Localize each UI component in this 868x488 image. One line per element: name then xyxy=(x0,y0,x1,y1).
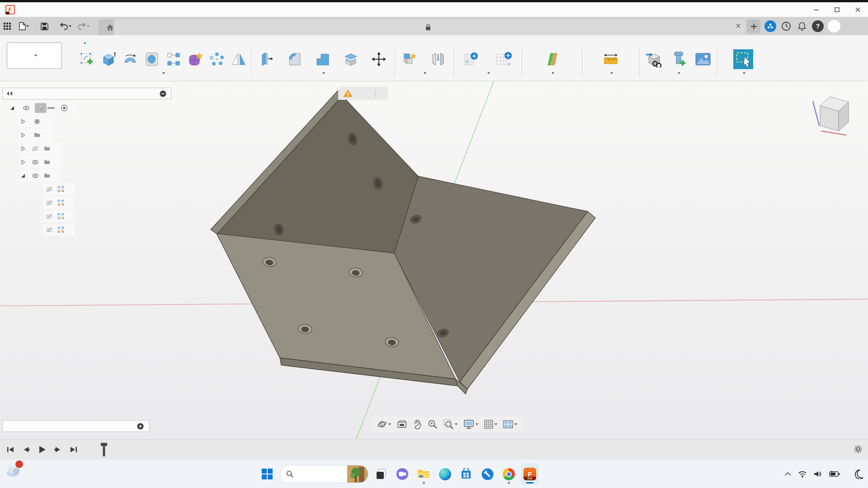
tab-konstrukcja-blachowa[interactable] xyxy=(163,41,165,43)
browser-item-root[interactable] xyxy=(9,102,75,114)
tab-siatka[interactable] xyxy=(137,41,138,43)
visibility-off-icon[interactable] xyxy=(43,198,55,208)
model-scene[interactable] xyxy=(0,81,868,439)
group-label-utworz[interactable] xyxy=(160,72,165,74)
group-label-sprawdz[interactable] xyxy=(609,72,613,74)
file-explorer-icon[interactable] xyxy=(415,464,432,484)
canvas-icon[interactable] xyxy=(691,48,715,70)
zoom-window-icon[interactable] xyxy=(443,419,458,429)
chevron-right-icon[interactable] xyxy=(20,146,26,151)
visibility-off-icon[interactable] xyxy=(29,144,41,154)
viewports-icon[interactable] xyxy=(503,420,517,428)
press-pull-icon[interactable] xyxy=(253,48,281,70)
insert-derive-icon[interactable] xyxy=(641,48,666,70)
browser-item-szkic2[interactable] xyxy=(43,197,75,209)
create-sketch-icon[interactable] xyxy=(76,48,98,70)
group-label-wybierz[interactable] xyxy=(741,72,745,74)
visibility-off-icon[interactable] xyxy=(43,225,55,235)
browser-item-szkic3[interactable] xyxy=(43,211,75,222)
group-label-zloz[interactable] xyxy=(422,72,426,74)
step-forward-icon[interactable] xyxy=(53,445,63,455)
configuration-table-icon[interactable] xyxy=(488,48,520,70)
tab-bryla[interactable] xyxy=(84,40,86,44)
timeline-settings-gear-icon[interactable] xyxy=(854,445,863,454)
night-mode-moon-icon[interactable] xyxy=(854,469,863,479)
chevron-right-icon[interactable] xyxy=(20,160,26,165)
construction-plane-icon[interactable] xyxy=(529,48,575,70)
add-comment-icon[interactable] xyxy=(137,423,144,430)
search-box[interactable] xyxy=(280,465,368,483)
new-component-icon[interactable] xyxy=(396,48,424,70)
circular-pattern-icon[interactable] xyxy=(206,48,228,70)
chrome-icon[interactable] xyxy=(500,464,517,484)
task-view-icon[interactable] xyxy=(373,464,390,484)
play-icon[interactable] xyxy=(37,445,47,455)
tab-narzedzia[interactable] xyxy=(215,41,217,43)
job-status-icon[interactable] xyxy=(780,20,792,32)
view-cube[interactable] xyxy=(803,91,862,145)
extensions-icon[interactable] xyxy=(764,20,776,32)
mirror-icon[interactable] xyxy=(228,48,250,70)
browser-item-poczatek[interactable] xyxy=(20,143,61,155)
chevron-right-icon[interactable] xyxy=(20,132,26,138)
document-tab[interactable] xyxy=(114,19,745,35)
expanded-icon[interactable] xyxy=(9,105,15,111)
browser-item-ustawienia[interactable] xyxy=(20,116,51,127)
wifi-icon[interactable] xyxy=(798,470,807,478)
new-tab-icon[interactable] xyxy=(747,19,760,33)
browser-item-szkic1[interactable] xyxy=(43,183,75,195)
weather-widget[interactable] xyxy=(5,463,27,478)
search-input[interactable] xyxy=(296,471,341,478)
display-settings-icon[interactable] xyxy=(463,420,478,429)
redo-icon[interactable] xyxy=(74,19,92,33)
notifications-icon[interactable] xyxy=(796,20,808,32)
activate-radio-icon[interactable] xyxy=(58,103,70,113)
minimize-button[interactable] xyxy=(806,2,826,17)
help-icon[interactable]: ? xyxy=(812,20,824,32)
tray-expand-icon[interactable] xyxy=(784,472,791,476)
edge-icon[interactable] xyxy=(436,464,453,484)
select-icon[interactable] xyxy=(730,48,757,70)
group-label-wstaw[interactable] xyxy=(676,72,680,74)
go-to-end-icon[interactable] xyxy=(69,445,79,455)
expanded-icon[interactable] xyxy=(20,173,26,178)
visibility-eye-icon[interactable] xyxy=(20,103,32,113)
browser-panel-header[interactable] xyxy=(2,88,171,99)
insert-fastener-icon[interactable] xyxy=(666,48,691,70)
step-back-icon[interactable] xyxy=(21,445,31,455)
timeline-position-marker[interactable] xyxy=(100,443,108,456)
save-icon[interactable] xyxy=(37,19,52,33)
visibility-eye-icon[interactable] xyxy=(29,157,41,167)
avatar[interactable] xyxy=(828,20,840,33)
chevron-right-icon[interactable] xyxy=(20,119,26,124)
undo-icon[interactable] xyxy=(56,19,74,33)
group-label-konfiguruj[interactable] xyxy=(486,72,490,74)
file-menu-icon[interactable] xyxy=(14,19,33,33)
shell-icon[interactable] xyxy=(337,48,365,70)
rectangular-pattern-icon[interactable] xyxy=(163,48,184,70)
search-highlight-image[interactable] xyxy=(347,465,368,483)
tab-powierzchnia[interactable] xyxy=(110,41,112,43)
bracket-model[interactable] xyxy=(211,91,595,394)
grid-settings-icon[interactable] xyxy=(484,420,497,429)
store-icon[interactable] xyxy=(458,464,475,484)
project-button[interactable] xyxy=(7,42,62,69)
browser-item-szkice[interactable] xyxy=(20,170,61,182)
visibility-off-icon[interactable] xyxy=(43,211,55,221)
visibility-eye-icon[interactable] xyxy=(29,171,41,181)
close-button[interactable] xyxy=(847,2,868,17)
zoom-icon[interactable] xyxy=(428,419,438,429)
hole-icon[interactable] xyxy=(141,48,163,70)
tab-tworzywo-sztuczne[interactable] xyxy=(189,41,191,43)
browser-item-szkic4[interactable] xyxy=(43,224,75,236)
look-at-icon[interactable] xyxy=(397,420,407,428)
panel-minus-icon[interactable] xyxy=(160,90,166,97)
joint-icon[interactable] xyxy=(424,48,452,70)
pan-icon[interactable] xyxy=(413,419,422,429)
app-grid-icon[interactable] xyxy=(0,19,14,33)
measure-icon[interactable] xyxy=(589,48,632,70)
visibility-off-icon[interactable] xyxy=(43,184,55,194)
orbit-icon[interactable] xyxy=(377,419,391,429)
support-tool-icon[interactable] xyxy=(479,464,496,484)
form-icon[interactable] xyxy=(184,48,206,70)
